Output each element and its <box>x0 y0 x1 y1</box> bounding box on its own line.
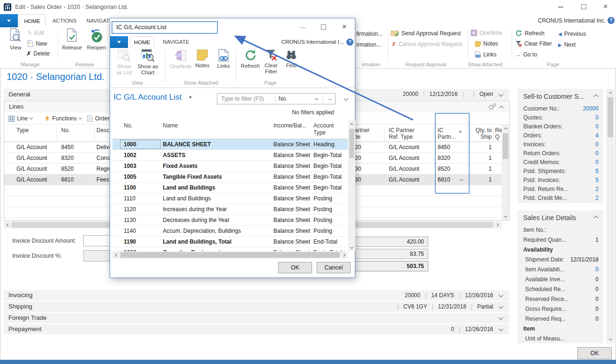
close-icon[interactable]: × <box>603 3 608 10</box>
dialog-account-row[interactable]: 1190Land and Buildings, TotalBalance She… <box>112 237 348 247</box>
maximize-button[interactable] <box>581 4 586 9</box>
column-income-balance[interactable]: Income/Bal... <box>273 122 306 129</box>
scroll-right-icon[interactable] <box>496 223 499 226</box>
links-button[interactable]: Links <box>475 51 496 58</box>
general-expand-icon[interactable] <box>499 92 504 97</box>
dialog-title-field[interactable]: IC G/L Account List <box>112 21 218 34</box>
scrollbar-thumb[interactable] <box>503 133 508 159</box>
dialog-collapse-icon[interactable] <box>344 96 349 101</box>
fasttab-shipping[interactable]: Shipping|CV6 1GY|12/31/2018|Partial <box>4 301 509 312</box>
confirmation-button-2[interactable]: irmation... <box>356 41 381 48</box>
dialog-help-icon[interactable]: ? <box>346 39 353 46</box>
filter-go-button[interactable]: → <box>327 95 333 102</box>
filter-column-dropdown-icon[interactable] <box>315 97 318 100</box>
scrollbar-thumb[interactable] <box>608 97 613 137</box>
field-value[interactable]: 5 <box>595 168 599 174</box>
expand-icon[interactable] <box>499 316 504 320</box>
dialog-clear-filter-button[interactable]: Clear Filter <box>262 49 280 74</box>
page-vertical-scrollbar[interactable] <box>606 89 615 343</box>
expand-icon[interactable] <box>499 293 504 298</box>
dialog-account-row[interactable]: 1110Land and BuildingsBalance SheetPosti… <box>112 193 348 204</box>
factbox-collapse-icon[interactable] <box>594 216 599 221</box>
release-button[interactable]: Release <box>60 28 84 51</box>
refresh-button[interactable]: Refresh <box>515 30 544 37</box>
column-description[interactable]: Desc <box>96 127 109 134</box>
scroll-up-icon[interactable] <box>504 127 507 131</box>
dialog-account-row[interactable]: 1100Land and BuildingsBalance SheetBegin… <box>112 182 348 193</box>
application-menu-button[interactable] <box>0 14 18 27</box>
column-type[interactable]: Type <box>16 127 29 134</box>
dialog-onenote-button[interactable]: OneNote <box>168 49 193 70</box>
ok-button[interactable]: OK <box>577 347 612 359</box>
dialog-ok-button[interactable]: OK <box>278 262 312 273</box>
factbox-collapse-icon[interactable] <box>594 95 599 99</box>
functions-menu-button[interactable]: Functions <box>45 114 81 123</box>
dialog-account-row[interactable]: 1200Operating EquipmentBalance SheetBegi… <box>112 247 348 251</box>
dialog-vertical-scrollbar[interactable] <box>348 120 355 251</box>
dialog-refresh-button[interactable]: Refresh <box>240 49 261 69</box>
lines-vertical-scrollbar[interactable] <box>502 125 509 220</box>
column-ic-partner-ref-type[interactable]: IC PartnerRef. Type <box>389 127 415 140</box>
dialog-close-icon[interactable]: × <box>342 23 346 31</box>
scroll-up-icon[interactable] <box>608 92 612 95</box>
scroll-down-icon[interactable] <box>350 245 353 248</box>
onenote-button[interactable]: N OneNote <box>471 30 502 36</box>
field-value[interactable]: 4 <box>595 132 599 139</box>
dialog-tab-home[interactable]: HOME <box>130 36 154 48</box>
field-value[interactable]: 0 <box>595 150 599 157</box>
field-value[interactable]: 2 <box>595 195 599 201</box>
minimize-button[interactable] <box>558 7 563 8</box>
expand-icon[interactable] <box>499 327 504 332</box>
customize-gears-icon[interactable] <box>488 103 496 111</box>
edit-button[interactable]: ✎Edit <box>27 30 44 36</box>
scrollbar-thumb[interactable] <box>349 129 354 158</box>
dialog-account-row[interactable]: 1120Increases during the YearBalance She… <box>112 204 348 215</box>
dialog-account-row[interactable]: 1000BALANCE SHEETBalance SheetHeading <box>112 139 348 150</box>
scroll-right-icon[interactable] <box>342 253 345 256</box>
dialog-application-menu-button[interactable] <box>110 36 128 48</box>
dialog-horizontal-scrollbar[interactable] <box>112 251 348 259</box>
clear-filter-button[interactable]: Clear Filter <box>515 40 552 47</box>
column-no[interactable]: No. <box>61 127 70 134</box>
scroll-left-icon[interactable] <box>115 253 118 256</box>
dialog-cancel-button[interactable]: Cancel <box>317 262 351 273</box>
scroll-left-icon[interactable] <box>6 223 9 226</box>
fasttab-foreign-trade[interactable]: Foreign Trade <box>4 313 509 323</box>
line-menu-button[interactable]: Line <box>8 114 32 123</box>
field-value[interactable]: 0 <box>595 266 599 273</box>
cancel-approval-request-button[interactable]: ✗ Cancel Approval Request <box>392 41 462 47</box>
reopen-button[interactable]: Reopen <box>84 28 109 51</box>
filter-input[interactable]: Type to filter (F3) <box>221 95 264 102</box>
show-as-chart-button[interactable]: Show as Chart <box>136 49 160 75</box>
field-value[interactable]: 0 <box>595 141 599 148</box>
order-button[interactable]: Order <box>87 114 110 123</box>
new-button[interactable]: New <box>27 40 47 47</box>
scroll-down-icon[interactable] <box>504 214 507 217</box>
dialog-notes-button[interactable]: Notes <box>192 49 213 69</box>
summary-value[interactable]: 12/12/2016 <box>429 91 457 97</box>
column-name[interactable]: Name <box>163 122 178 129</box>
dialog-find-button[interactable]: Find <box>281 49 301 69</box>
fasttab-invoicing[interactable]: Invoicing20000|14 DAYS|12/26/2016 <box>4 290 509 301</box>
scroll-down-icon[interactable] <box>608 337 612 340</box>
column-ic-partner-ref[interactable]: ICPartn... <box>438 127 456 140</box>
help-icon[interactable]: ? <box>608 17 615 24</box>
column-qty-to-ship[interactable]: Qty. toShip <box>459 127 492 140</box>
go-to-button[interactable]: → Go to <box>515 51 537 58</box>
field-value[interactable]: 5 <box>595 177 599 183</box>
field-value[interactable]: 0 <box>595 123 599 130</box>
confirmation-button-1[interactable]: firmation... <box>356 31 383 37</box>
dialog-account-row[interactable]: 1003Fixed AssetsBalance SheetBegin-Total <box>112 161 348 172</box>
scroll-up-icon[interactable] <box>350 123 353 127</box>
previous-button[interactable]: ◀ Previous <box>558 31 586 37</box>
summary-value[interactable]: 20000 <box>403 91 418 97</box>
delete-button[interactable]: ✗Delete <box>26 50 50 57</box>
tab-home[interactable]: HOME <box>19 14 46 27</box>
fasttab-prepayment[interactable]: Prepayment0|12/26/2016 <box>4 324 509 334</box>
dialog-account-row[interactable]: 1002ASSETSBalance SheetBegin-Total <box>112 150 348 161</box>
scrollbar-thumb[interactable] <box>120 252 340 258</box>
tab-actions[interactable]: ACTIONS <box>49 14 80 27</box>
dialog-account-row[interactable]: 1130Decreases during the YearBalance She… <box>112 215 348 226</box>
field-value[interactable]: 0 <box>595 114 599 121</box>
notes-button[interactable]: Notes <box>475 40 498 47</box>
